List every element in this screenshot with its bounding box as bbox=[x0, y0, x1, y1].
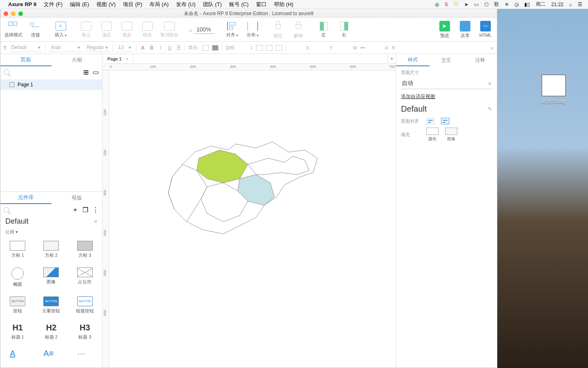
menu-view[interactable]: 视图 (V) bbox=[96, 1, 116, 8]
size-select[interactable]: 13▾ bbox=[116, 44, 133, 52]
spotlight-icon[interactable]: ⌕ bbox=[569, 2, 572, 7]
lib-item-box2[interactable]: 方框 2 bbox=[36, 239, 67, 263]
clock-day[interactable]: 周二 bbox=[536, 1, 546, 8]
text-color-icon[interactable]: A bbox=[140, 45, 145, 51]
lib-item-text2[interactable]: A≡ bbox=[36, 347, 67, 365]
tab-style[interactable]: 样式 bbox=[396, 54, 430, 66]
folder-icon[interactable]: ▭ bbox=[93, 68, 99, 76]
menu-window[interactable]: 窗口 bbox=[256, 1, 267, 8]
edit-style-icon[interactable]: ✎ bbox=[488, 106, 492, 112]
select-mode-button[interactable]: 选择模式 bbox=[4, 22, 22, 38]
menu-team[interactable]: 团队 (T) bbox=[203, 1, 222, 8]
list-icon[interactable]: ☰ bbox=[176, 45, 181, 51]
tab-library[interactable]: 元件库 bbox=[0, 192, 51, 204]
send-icon[interactable]: ➤ bbox=[464, 2, 468, 7]
rotate-icon[interactable]: ↻ bbox=[392, 45, 396, 51]
document-tab[interactable]: Page 1× bbox=[102, 54, 134, 63]
add-lib-icon[interactable]: ＋ bbox=[72, 206, 78, 214]
lib-category[interactable]: 公用 ▾ bbox=[0, 227, 102, 237]
border-width-input[interactable]: 1 bbox=[239, 45, 253, 50]
add-page-icon[interactable]: ⊞ bbox=[83, 68, 89, 76]
style-select[interactable]: Default▾ bbox=[9, 44, 42, 52]
shield-icon[interactable]: ◎ bbox=[435, 2, 439, 7]
underline-icon[interactable]: U bbox=[167, 45, 172, 51]
tabs-dropdown-icon[interactable]: ▼ bbox=[388, 54, 396, 63]
preview-button[interactable]: ▶预览 bbox=[437, 21, 452, 39]
align-left-button[interactable]: 左 bbox=[316, 22, 331, 38]
vertical-ruler[interactable]: 100 200 300 400 500 600 bbox=[102, 70, 109, 368]
hex-icon[interactable]: ⬡ bbox=[484, 2, 488, 7]
tab-pages[interactable]: 页面 bbox=[0, 54, 51, 66]
align-left-option[interactable] bbox=[426, 118, 434, 124]
lib-item-placeholder[interactable]: 占位符 bbox=[69, 266, 100, 292]
fill-none-icon[interactable] bbox=[202, 45, 209, 51]
desktop-file[interactable]: 杭州市.svg bbox=[541, 74, 566, 105]
menu-help[interactable]: 帮助 (H) bbox=[274, 1, 294, 8]
search-icon[interactable] bbox=[4, 69, 9, 75]
lib-item-h1[interactable]: H1标题 1 bbox=[2, 321, 33, 345]
menu-publish[interactable]: 发布 (U) bbox=[176, 1, 196, 8]
menu-file[interactable]: 文件 (F) bbox=[44, 1, 62, 8]
paragraph-icon[interactable]: ¶ bbox=[4, 45, 6, 51]
more-props-icon[interactable]: » bbox=[490, 45, 494, 51]
connect-button[interactable]: 连接 bbox=[28, 22, 43, 38]
distribute-button[interactable]: 分布 bbox=[245, 22, 260, 38]
menu-icon[interactable]: ☰ bbox=[578, 2, 582, 7]
weight-select[interactable]: Regular▾ bbox=[85, 44, 109, 52]
page-item[interactable]: Page 1 bbox=[0, 79, 102, 90]
app-name[interactable]: Axure RP 9 bbox=[8, 1, 36, 7]
fill-image-swatch[interactable] bbox=[445, 128, 457, 135]
border-style3-icon[interactable] bbox=[276, 45, 282, 51]
badge-icon[interactable]: ⛉ bbox=[454, 2, 459, 7]
tab-outline[interactable]: 大纲 bbox=[51, 54, 102, 66]
window-titlebar[interactable]: 未命名 - Axure RP 9 Enterprise Edition : Li… bbox=[0, 9, 497, 18]
ime-icon[interactable]: 歌 bbox=[494, 1, 499, 8]
tab-interactions[interactable]: 交互 bbox=[430, 54, 463, 66]
lib-item-image[interactable]: 图像 bbox=[36, 266, 67, 292]
lib-item-button[interactable]: BUTTON按钮 bbox=[2, 295, 33, 319]
lib-item-ellipse[interactable]: 椭圆 bbox=[2, 266, 33, 292]
horizontal-ruler[interactable]: 0 100 200 300 400 500 600 700 bbox=[102, 64, 396, 70]
display-icon[interactable]: ▭ bbox=[474, 2, 479, 7]
map-svg-shape[interactable] bbox=[162, 136, 321, 242]
share-button[interactable]: 共享 bbox=[458, 21, 472, 39]
library-select[interactable]: Default⇵ bbox=[0, 215, 102, 227]
lib-item-h3[interactable]: H3标题 3 bbox=[69, 321, 100, 345]
clock-time[interactable]: 21:22 bbox=[551, 2, 564, 7]
lib-item-text3[interactable]: ⋯ bbox=[69, 347, 100, 365]
lib-item-link-button[interactable]: BUTTON链接按钮 bbox=[69, 295, 100, 319]
bluetooth-icon[interactable]: ✳ bbox=[505, 2, 509, 7]
tab-notes[interactable]: 注释 bbox=[463, 54, 497, 66]
search-icon[interactable] bbox=[4, 207, 9, 213]
adaptive-link[interactable]: 添加自适应视图 bbox=[401, 93, 435, 100]
fill-color-swatch[interactable] bbox=[426, 128, 439, 135]
italic-icon[interactable]: I bbox=[158, 45, 163, 51]
border-style2-icon[interactable] bbox=[266, 45, 272, 51]
lib-item-primary-button[interactable]: BUTTON主要按钮 bbox=[36, 295, 67, 319]
font-select[interactable]: Arial▾ bbox=[49, 44, 82, 52]
wifi-icon[interactable]: ◶ bbox=[514, 2, 519, 7]
page-size-select[interactable]: 自动⇵ bbox=[401, 78, 492, 89]
battery-icon[interactable]: ▮▯ bbox=[524, 2, 530, 7]
lib-item-h2[interactable]: H2标题 2 bbox=[36, 321, 67, 345]
align-right-button[interactable]: 右 bbox=[337, 22, 352, 38]
link-wh-icon[interactable]: ⚯ bbox=[361, 45, 365, 51]
bold-icon[interactable]: B bbox=[149, 45, 154, 51]
align-center-option[interactable] bbox=[441, 118, 449, 124]
menu-account[interactable]: 账号 (C) bbox=[229, 1, 249, 8]
menu-layout[interactable]: 布局 (A) bbox=[149, 1, 169, 8]
menu-edit[interactable]: 编辑 (E) bbox=[70, 1, 89, 8]
close-tab-icon[interactable]: × bbox=[126, 56, 128, 61]
lib-item-text1[interactable]: A bbox=[2, 347, 33, 365]
insert-button[interactable]: 插入 bbox=[53, 22, 68, 38]
lib-item-box1[interactable]: 方框 1 bbox=[2, 239, 33, 263]
lib-item-box3[interactable]: 方框 3 bbox=[69, 239, 100, 263]
align-button[interactable]: 对齐 bbox=[225, 22, 240, 38]
zoom-control[interactable]: ⌕ 100% bbox=[189, 25, 214, 34]
s-icon[interactable]: S bbox=[445, 2, 448, 7]
dup-lib-icon[interactable]: ❐ bbox=[82, 206, 88, 214]
menu-project[interactable]: 项目 (P) bbox=[123, 1, 142, 8]
border-style1-icon[interactable] bbox=[256, 45, 263, 51]
lib-menu-icon[interactable]: ⋮ bbox=[92, 206, 99, 214]
html-button[interactable]: </>HTML bbox=[478, 21, 493, 39]
